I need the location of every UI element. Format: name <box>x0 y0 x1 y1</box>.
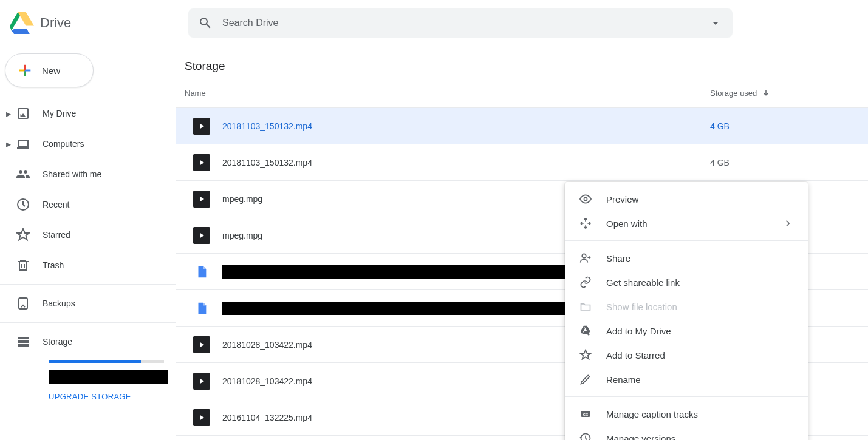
cm-rename[interactable]: Rename <box>565 367 808 391</box>
col-size-header[interactable]: Storage used <box>710 88 868 99</box>
page-title: Storage <box>176 46 868 73</box>
shared-icon <box>16 167 30 181</box>
svg-rect-2 <box>18 337 29 339</box>
table-header: Name Storage used <box>176 79 868 108</box>
expand-caret-icon[interactable]: ▸ <box>4 138 13 150</box>
search-options-caret-icon[interactable] <box>708 16 723 30</box>
plus-icon <box>16 62 33 79</box>
open-with-icon <box>579 217 592 229</box>
upgrade-storage-link[interactable]: UPGRADE STORAGE <box>49 392 176 401</box>
nav-computers[interactable]: ▸ Computers <box>0 129 176 159</box>
my-drive-icon <box>16 106 30 121</box>
svg-point-5 <box>584 198 587 201</box>
drive-logo-icon <box>10 12 34 34</box>
video-thumb-icon <box>193 118 210 135</box>
file-size: 4 GB <box>710 158 868 168</box>
folder-icon <box>579 300 592 313</box>
file-name: 20181103_150132.mp4 <box>222 121 710 131</box>
storage-progress <box>49 360 164 363</box>
svg-rect-4 <box>18 344 29 347</box>
search-icon <box>198 16 213 30</box>
cm-captions[interactable]: CC Manage caption tracks <box>565 402 808 426</box>
svg-point-6 <box>582 254 586 258</box>
recent-icon <box>16 197 30 212</box>
backups-icon <box>16 296 30 311</box>
video-thumb-icon <box>193 154 210 171</box>
svg-text:CC: CC <box>583 413 589 416</box>
new-label: New <box>42 66 60 76</box>
person-add-icon <box>579 252 592 264</box>
sort-arrow-down-icon <box>760 88 771 99</box>
context-menu: Preview Open with Share Get shareable li… <box>565 182 808 440</box>
nav-backups[interactable]: Backups <box>0 288 176 319</box>
cm-preview[interactable]: Preview <box>565 187 808 211</box>
video-thumb-icon <box>193 336 210 353</box>
cc-icon: CC <box>579 408 592 420</box>
pencil-icon <box>579 373 592 385</box>
storage-icon <box>16 334 30 349</box>
svg-rect-1 <box>19 298 27 309</box>
cm-open-with[interactable]: Open with <box>565 211 808 235</box>
nav-recent[interactable]: Recent <box>0 189 176 220</box>
svg-rect-3 <box>18 340 29 343</box>
file-row[interactable]: 20181103_150132.mp44 GB <box>176 144 868 181</box>
nav-storage[interactable]: Storage <box>0 327 176 357</box>
nav-list: ▸ My Drive ▸ Computers Shared with me Re… <box>0 98 176 357</box>
chevron-right-icon <box>782 218 793 229</box>
search-bar[interactable] <box>188 8 733 38</box>
file-size: 4 GB <box>710 121 868 131</box>
star-outline-icon <box>579 349 592 361</box>
content-area: Storage Name Storage used 20181103_15013… <box>176 46 868 440</box>
file-row[interactable]: 20181103_150132.mp44 GB <box>176 108 868 144</box>
cm-add-to-drive[interactable]: Add to My Drive <box>565 319 808 343</box>
nav-trash[interactable]: Trash <box>0 250 176 280</box>
expand-caret-icon[interactable]: ▸ <box>4 108 13 120</box>
video-thumb-icon <box>193 191 210 208</box>
nav-my-drive[interactable]: ▸ My Drive <box>0 98 176 129</box>
video-thumb-icon <box>193 227 210 244</box>
history-icon <box>579 432 592 440</box>
file-name: 20181103_150132.mp4 <box>222 158 710 168</box>
video-thumb-icon <box>193 373 210 390</box>
cm-show-location: Show file location <box>565 294 808 319</box>
trash-icon <box>16 258 30 272</box>
cm-share[interactable]: Share <box>565 246 808 270</box>
logo-area[interactable]: Drive <box>0 12 188 34</box>
eye-icon <box>579 193 592 205</box>
nav-shared[interactable]: Shared with me <box>0 159 176 189</box>
search-input[interactable] <box>222 18 708 29</box>
storage-usage-redacted <box>49 370 168 384</box>
drive-add-icon <box>579 325 592 337</box>
cm-add-to-starred[interactable]: Add to Starred <box>565 343 808 367</box>
app-header: Drive <box>0 0 868 46</box>
doc-thumb-icon <box>193 300 210 317</box>
new-button[interactable]: New <box>5 53 94 87</box>
product-name: Drive <box>40 15 71 31</box>
cm-get-link[interactable]: Get shareable link <box>565 270 808 294</box>
computers-icon <box>16 137 30 151</box>
nav-starred[interactable]: Starred <box>0 220 176 250</box>
col-name-header[interactable]: Name <box>185 89 710 98</box>
link-icon <box>579 276 592 288</box>
video-thumb-icon <box>193 409 210 426</box>
doc-thumb-icon <box>193 263 210 280</box>
cm-versions[interactable]: Manage versions <box>565 426 808 440</box>
sidebar: New ▸ My Drive ▸ Computers Shared with m… <box>0 46 176 440</box>
star-icon <box>16 228 30 242</box>
